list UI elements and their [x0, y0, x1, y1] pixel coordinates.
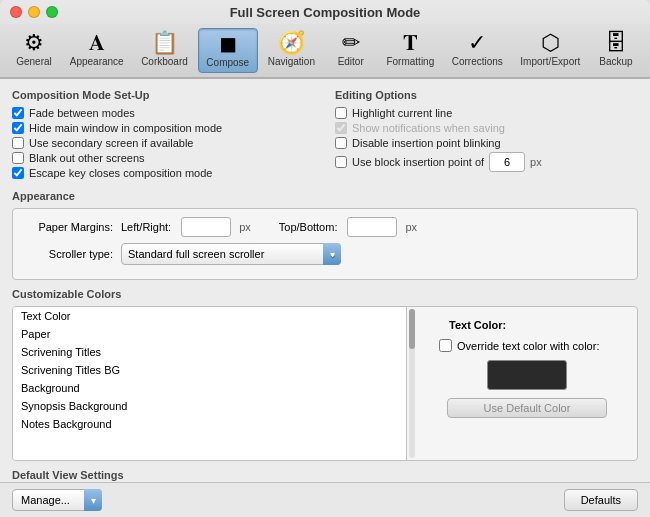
toolbar-label-importexport: Import/Export [520, 56, 580, 67]
toolbar-label-formatting: Formatting [386, 56, 434, 67]
top-bottom-unit: px [405, 221, 417, 233]
scroller-type-label: Scroller type: [23, 248, 113, 260]
paper-margins-row: Paper Margins: Left/Right: 50 px Top/Bot… [23, 217, 627, 237]
block-insert-checkbox[interactable] [335, 156, 347, 168]
toolbar-label-backup: Backup [599, 56, 632, 67]
override-color-label: Override text color with color: [457, 340, 599, 352]
disable-insert-label: Disable insertion point blinking [352, 137, 501, 149]
default-view-section: Default View Settings Use current compos… [12, 469, 638, 482]
hide-main-row: Hide main window in composition mode [12, 122, 315, 134]
blank-row: Blank out other screens [12, 152, 315, 164]
notify-checkbox [335, 122, 347, 134]
escape-row: Escape key closes composition mode [12, 167, 315, 179]
color-item-text[interactable]: Text Color [13, 307, 406, 325]
minimize-button[interactable] [28, 6, 40, 18]
toolbar-item-corkboard[interactable]: 📋Corkboard [133, 28, 195, 73]
left-right-label: Left/Right: [121, 221, 171, 233]
appearance-title: Appearance [12, 190, 638, 202]
toolbar-label-editor: Editor [338, 56, 364, 67]
color-swatch[interactable] [487, 360, 567, 390]
use-default-color-button[interactable]: Use Default Color [447, 398, 607, 418]
corkboard-icon: 📋 [151, 32, 178, 54]
colors-box: Text Color Paper Scrivening Titles Scriv… [12, 306, 638, 461]
colors-scrollbar[interactable] [409, 309, 415, 458]
toolbar-item-importexport[interactable]: ⬡Import/Export [513, 28, 588, 73]
toolbar-item-compose[interactable]: ◼Compose [198, 28, 258, 73]
hide-main-label: Hide main window in composition mode [29, 122, 222, 134]
escape-checkbox[interactable] [12, 167, 24, 179]
manage-select[interactable]: Manage... [12, 489, 102, 511]
color-item-synopsis-bg[interactable]: Synopsis Background [13, 397, 406, 415]
color-list: Text Color Paper Scrivening Titles Scriv… [13, 307, 407, 460]
importexport-icon: ⬡ [541, 32, 560, 54]
colors-scrollbar-thumb [409, 309, 415, 349]
appearance-section: Appearance Paper Margins: Left/Right: 50… [12, 190, 638, 280]
bottom-bar: Manage... ▾ Defaults [0, 482, 650, 517]
toolbar-item-general[interactable]: ⚙General [8, 28, 60, 73]
blank-label: Blank out other screens [29, 152, 145, 164]
notify-row: Show notifications when saving [335, 122, 638, 134]
disable-insert-row: Disable insertion point blinking [335, 137, 638, 149]
highlight-checkbox[interactable] [335, 107, 347, 119]
appearance-icon: 𝐀 [89, 32, 105, 54]
main-window: Full Screen Composition Mode ⚙General𝐀Ap… [0, 0, 650, 517]
color-item-scriv-titles[interactable]: Scrivening Titles [13, 343, 406, 361]
default-view-title: Default View Settings [12, 469, 638, 481]
toolbar-label-compose: Compose [206, 57, 249, 68]
toolbar-item-navigation[interactable]: 🧭Navigation [260, 28, 323, 73]
color-item-background[interactable]: Background [13, 379, 406, 397]
title-bar: Full Screen Composition Mode ⚙General𝐀Ap… [0, 0, 650, 79]
toolbar-item-backup[interactable]: 🗄Backup [590, 28, 642, 73]
editor-icon: ✏ [342, 32, 360, 54]
top-sections: Composition Mode Set-Up Fade between mod… [12, 89, 638, 182]
block-insert-label: Use block insertion point of [352, 156, 484, 168]
toolbar-label-general: General [16, 56, 52, 67]
color-override-row: Override text color with color: [439, 339, 599, 352]
corrections-icon: ✓ [468, 32, 486, 54]
composition-mode-title: Composition Mode Set-Up [12, 89, 315, 101]
compose-icon: ◼ [219, 33, 237, 55]
toolbar-label-corkboard: Corkboard [141, 56, 188, 67]
notify-label: Show notifications when saving [352, 122, 505, 134]
hide-main-checkbox[interactable] [12, 122, 24, 134]
colors-section: Customizable Colors Text Color Paper Scr… [12, 288, 638, 461]
left-right-input[interactable]: 50 [181, 217, 231, 237]
fade-checkbox[interactable] [12, 107, 24, 119]
top-bottom-label: Top/Bottom: [279, 221, 338, 233]
blank-checkbox[interactable] [12, 152, 24, 164]
navigation-icon: 🧭 [278, 32, 305, 54]
colors-list-wrap: Text Color Paper Scrivening Titles Scriv… [13, 307, 417, 460]
color-item-scriv-bg[interactable]: Scrivening Titles BG [13, 361, 406, 379]
toolbar: ⚙General𝐀Appearance📋Corkboard◼Compose🧭Na… [0, 24, 650, 78]
scroller-select[interactable]: Standard full screen scroller Fixed posi… [121, 243, 341, 265]
secondary-label: Use secondary screen if available [29, 137, 193, 149]
editing-options-section: Editing Options Highlight current line S… [335, 89, 638, 182]
highlight-row: Highlight current line [335, 107, 638, 119]
scroller-type-row: Scroller type: Standard full screen scro… [23, 243, 627, 265]
secondary-row: Use secondary screen if available [12, 137, 315, 149]
block-insert-row: Use block insertion point of 6 px [335, 152, 638, 172]
close-button[interactable] [10, 6, 22, 18]
color-item-notes-bg[interactable]: Notes Background [13, 415, 406, 433]
color-item-paper[interactable]: Paper [13, 325, 406, 343]
editing-options-title: Editing Options [335, 89, 638, 101]
toolbar-item-formatting[interactable]: 𝐓Formatting [379, 28, 442, 73]
override-color-checkbox[interactable] [439, 339, 452, 352]
top-bottom-input[interactable]: 50 [347, 217, 397, 237]
fade-label: Fade between modes [29, 107, 135, 119]
manage-container: Manage... ▾ [12, 489, 102, 511]
formatting-icon: 𝐓 [403, 32, 418, 54]
left-right-unit: px [239, 221, 251, 233]
defaults-button[interactable]: Defaults [564, 489, 638, 511]
toolbar-item-editor[interactable]: ✏Editor [325, 28, 377, 73]
toolbar-label-navigation: Navigation [268, 56, 315, 67]
block-insert-value[interactable]: 6 [489, 152, 525, 172]
maximize-button[interactable] [46, 6, 58, 18]
secondary-checkbox[interactable] [12, 137, 24, 149]
disable-insert-checkbox[interactable] [335, 137, 347, 149]
toolbar-item-appearance[interactable]: 𝐀Appearance [62, 28, 131, 73]
scroller-select-container: Standard full screen scroller Fixed posi… [121, 243, 341, 265]
toolbar-item-corrections[interactable]: ✓Corrections [444, 28, 511, 73]
backup-icon: 🗄 [605, 32, 627, 54]
paper-margins-label: Paper Margins: [23, 221, 113, 233]
